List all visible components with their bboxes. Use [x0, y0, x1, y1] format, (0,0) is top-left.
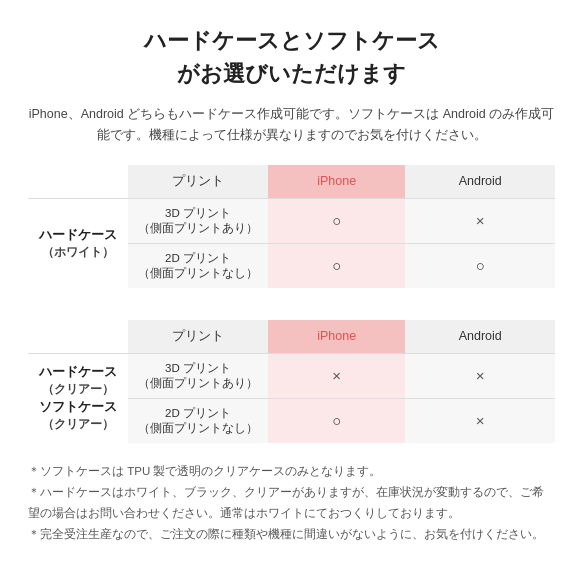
table1-row2-iphone: ○ — [268, 243, 405, 288]
table1-row2-print: 2D プリント（側面プリントなし） — [128, 243, 268, 288]
table1-header-iphone: iPhone — [268, 165, 405, 199]
main-title: ハードケースとソフトケース がお選びいただけます — [28, 24, 555, 90]
table1-row-header-spacer — [28, 165, 128, 199]
note-3: 完全受注生産なので、ご注文の際に種類や機種に間違いがないように、お気を付けくださ… — [28, 524, 555, 545]
table-row: ハードケース （ホワイト） 3D プリント（側面プリントあり） ○ × — [28, 198, 555, 243]
table1-row2-android: ○ — [405, 243, 555, 288]
table-section-1: プリント iPhone Android ハードケース （ホワイト） 3D プリン… — [28, 165, 555, 288]
note-2: ハードケースはホワイト、ブラック、クリアーがありますが、在庫状況が変動するので、… — [28, 482, 555, 525]
table2-row1-print: 3D プリント（側面プリントあり） — [128, 353, 268, 398]
table2-header-android: Android — [405, 320, 555, 354]
table-row: ハードケース （クリアー） ソフトケース （クリアー） 3D プリント（側面プリ… — [28, 353, 555, 398]
table2-row-group-label: ハードケース （クリアー） ソフトケース （クリアー） — [28, 353, 128, 443]
table2-row-header-spacer — [28, 320, 128, 354]
table2-header-print: プリント — [128, 320, 268, 354]
subtitle: iPhone、Android どちらもハードケース作成可能です。ソフトケースは … — [28, 104, 555, 147]
table1-row1-android: × — [405, 198, 555, 243]
table2-row1-android: × — [405, 353, 555, 398]
table2-row2-iphone: ○ — [268, 398, 405, 443]
table-section-2: プリント iPhone Android ハードケース （クリアー） ソフトケース… — [28, 320, 555, 443]
table1-row-group-label: ハードケース （ホワイト） — [28, 198, 128, 288]
table2-header-iphone: iPhone — [268, 320, 405, 354]
table1-row1-iphone: ○ — [268, 198, 405, 243]
table1-header-android: Android — [405, 165, 555, 199]
table2-row1-iphone: × — [268, 353, 405, 398]
table2-row2-print: 2D プリント（側面プリントなし） — [128, 398, 268, 443]
table1-row1-print: 3D プリント（側面プリントあり） — [128, 198, 268, 243]
note-1: ソフトケースは TPU 製で透明のクリアケースのみとなります。 — [28, 461, 555, 482]
notes-section: ソフトケースは TPU 製で透明のクリアケースのみとなります。 ハードケースはホ… — [28, 461, 555, 546]
table2-row2-android: × — [405, 398, 555, 443]
table1-header-print: プリント — [128, 165, 268, 199]
